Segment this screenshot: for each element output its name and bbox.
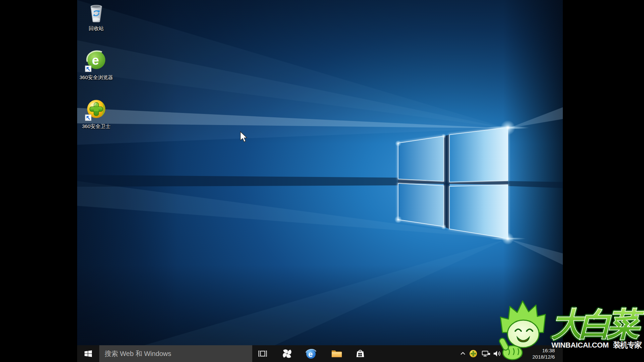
start-button[interactable] [77, 345, 99, 362]
chevron-up-icon [459, 350, 467, 358]
tray-touch-keyboard-button[interactable] [504, 345, 514, 362]
desktop-icon-label: 360安全卫士 [78, 123, 114, 129]
file-explorer-button[interactable] [326, 345, 347, 362]
taskbar: e [77, 345, 563, 362]
store-button[interactable] [350, 345, 371, 362]
tray-network-button[interactable] [481, 345, 491, 362]
shortcut-arrow-badge [85, 66, 91, 72]
360-browser-icon: e [85, 49, 108, 73]
recycle-bin-icon [86, 2, 107, 24]
speaker-icon [492, 349, 502, 358]
taskbar-search-box[interactable] [99, 345, 252, 362]
letterbox-right [563, 0, 644, 362]
360-safety-guard-icon [85, 98, 108, 122]
desktop-icon-recycle-bin[interactable]: 回收站 [78, 2, 114, 32]
desktop: 回收站 e 360安全浏览器 [77, 0, 563, 362]
clock-date: 2018/12/6 [532, 354, 555, 360]
touch-keyboard-icon [504, 349, 514, 358]
store-icon [355, 348, 365, 359]
svg-text:e: e [92, 53, 99, 67]
pinwheel-app-button[interactable] [277, 345, 298, 362]
tray-clock[interactable]: 16:38 2018/12/6 [526, 345, 555, 362]
task-view-button[interactable] [252, 345, 273, 362]
desktop-icon-360-browser[interactable]: e 360安全浏览器 [78, 49, 114, 80]
file-explorer-icon [331, 349, 342, 359]
360-tray-icon [469, 349, 478, 358]
svg-text:e: e [308, 350, 313, 359]
desktop-icon-label: 回收站 [78, 25, 114, 32]
tray-show-hidden-icons-button[interactable] [458, 345, 468, 362]
internet-explorer-icon: e [305, 348, 317, 360]
mouse-cursor [239, 131, 248, 142]
tray-ime-indicator[interactable]: 英 [514, 345, 524, 362]
clock-time: 16:38 [542, 347, 555, 354]
windows-hero-wallpaper [77, 0, 563, 345]
search-input[interactable] [99, 345, 252, 362]
windows-start-icon [84, 349, 93, 358]
letterbox-left [0, 0, 77, 362]
ime-language-label: 英 [516, 349, 522, 358]
tray-volume-button[interactable] [492, 345, 502, 362]
internet-explorer-button[interactable]: e [301, 345, 321, 362]
task-view-icon [258, 349, 268, 359]
desktop-icon-label: 360安全浏览器 [78, 74, 114, 80]
tray-360-safety-icon-button[interactable] [468, 345, 478, 362]
shortcut-arrow-badge [85, 115, 91, 121]
pinwheel-icon [282, 348, 292, 359]
network-icon [481, 349, 491, 358]
desktop-icon-360-safety-guard[interactable]: 360安全卫士 [78, 98, 114, 129]
